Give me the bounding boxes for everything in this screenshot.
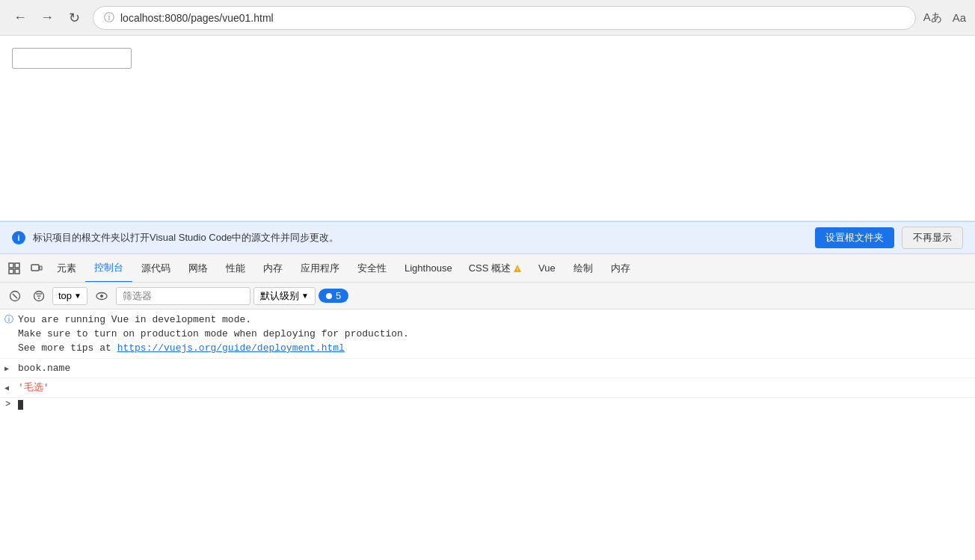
device-icon [31, 262, 43, 274]
info-icon: i [12, 231, 25, 244]
console-text-line3: See more tips at https://vuejs.org/guide… [18, 341, 969, 355]
console-result-text: '毛选' [18, 382, 49, 393]
svg-rect-4 [31, 265, 39, 271]
clear-icon [9, 290, 21, 302]
tab-css-overview[interactable]: CSS 概述 ! [461, 254, 529, 283]
tab-memory2[interactable]: 内存 [602, 254, 639, 283]
clear-console-button[interactable] [4, 287, 25, 305]
forward-button[interactable]: → [36, 7, 58, 29]
console-toolbar: top ▼ 默认级别 ▼ 5 [0, 283, 975, 310]
context-label: top [58, 290, 72, 301]
context-selector[interactable]: top ▼ [52, 287, 87, 305]
info-line-icon: ⓘ [4, 313, 13, 327]
console-obj-text: book.name [18, 363, 70, 374]
result-arrow-icon: ◀ [4, 381, 9, 396]
expand-arrow-icon[interactable]: ▶ [4, 362, 9, 376]
console-result-line: ◀ '毛选' [0, 378, 975, 398]
tab-memory[interactable]: 内存 [254, 254, 292, 283]
page-content [0, 36, 975, 221]
svg-rect-0 [9, 263, 13, 268]
browser-actions: Aあ Aa [923, 10, 966, 25]
warning-icon: ! [513, 264, 522, 273]
tab-console[interactable]: 控制台 [85, 254, 132, 283]
filter-input[interactable] [116, 287, 250, 305]
filter-toggle-button[interactable] [28, 287, 49, 305]
svg-rect-3 [15, 269, 19, 274]
tab-network[interactable]: 网络 [179, 254, 217, 283]
error-badge[interactable]: 5 [319, 289, 348, 303]
device-toggle-button[interactable] [25, 259, 48, 278]
tab-lighthouse[interactable]: Lighthouse [396, 254, 461, 283]
inspect-element-button[interactable] [3, 259, 25, 278]
console-text-line2: Make sure to turn on production mode whe… [18, 327, 969, 341]
eye-button[interactable] [90, 287, 113, 305]
tab-security[interactable]: 安全性 [348, 254, 396, 283]
url-input[interactable] [120, 12, 905, 24]
set-root-button[interactable]: 设置根文件夹 [815, 227, 894, 248]
console-prompt-line[interactable]: > [0, 398, 975, 412]
svg-point-15 [100, 295, 103, 298]
log-level-label: 默认级别 [260, 289, 299, 303]
error-count: 5 [336, 290, 341, 301]
error-dot [326, 293, 332, 299]
browser-chrome: ← → ↻ ⓘ Aあ Aa [0, 0, 975, 36]
reading-mode-icon: Aあ [923, 10, 942, 25]
tab-rendering[interactable]: 绘制 [565, 254, 602, 283]
console-message-vue: ⓘ You are running Vue in development mod… [0, 310, 975, 359]
tab-performance[interactable]: 性能 [217, 254, 254, 283]
info-message: 标识项目的根文件夹以打开Visual Studio Code中的源文件并同步更改… [33, 231, 808, 244]
prompt-symbol: > [5, 398, 10, 412]
dismiss-button[interactable]: 不再显示 [902, 227, 963, 249]
font-size-icon: Aa [953, 11, 966, 24]
back-button[interactable]: ← [9, 7, 31, 29]
page-text-input[interactable] [12, 48, 132, 69]
address-bar[interactable]: ⓘ [93, 6, 916, 30]
security-icon: ⓘ [104, 11, 114, 25]
svg-rect-1 [15, 263, 19, 268]
info-bar: i 标识项目的根文件夹以打开Visual Studio Code中的源文件并同步… [0, 221, 975, 254]
devtools-tabbar: 元素 控制台 源代码 网络 性能 内存 应用程序 安全性 Lighthouse … [0, 254, 975, 283]
refresh-button[interactable]: ↻ [63, 7, 85, 29]
cursor-icon [8, 262, 20, 274]
tab-vue[interactable]: Vue [529, 254, 565, 283]
vue-deployment-link[interactable]: https://vuejs.org/guide/deployment.html [117, 342, 345, 354]
console-text-line1: You are running Vue in development mode. [18, 313, 969, 327]
prompt-cursor [18, 400, 23, 410]
svg-rect-5 [40, 266, 42, 270]
filter-icon [33, 290, 45, 302]
nav-buttons: ← → ↻ [9, 7, 85, 29]
console-output: ⓘ You are running Vue in development mod… [0, 310, 975, 412]
tab-application[interactable]: 应用程序 [292, 254, 348, 283]
devtools-panel: 元素 控制台 源代码 网络 性能 内存 应用程序 安全性 Lighthouse … [0, 254, 975, 412]
level-dropdown-icon: ▼ [301, 292, 309, 300]
tab-source[interactable]: 源代码 [132, 254, 179, 283]
svg-line-9 [13, 294, 17, 298]
console-obj-line: ▶ book.name [0, 359, 975, 378]
svg-rect-2 [9, 269, 13, 274]
log-level-selector[interactable]: 默认级别 ▼ [253, 287, 316, 305]
svg-text:!: ! [517, 266, 518, 273]
eye-icon [95, 290, 108, 302]
dropdown-arrow-icon: ▼ [74, 292, 81, 300]
tab-elements[interactable]: 元素 [48, 254, 85, 283]
